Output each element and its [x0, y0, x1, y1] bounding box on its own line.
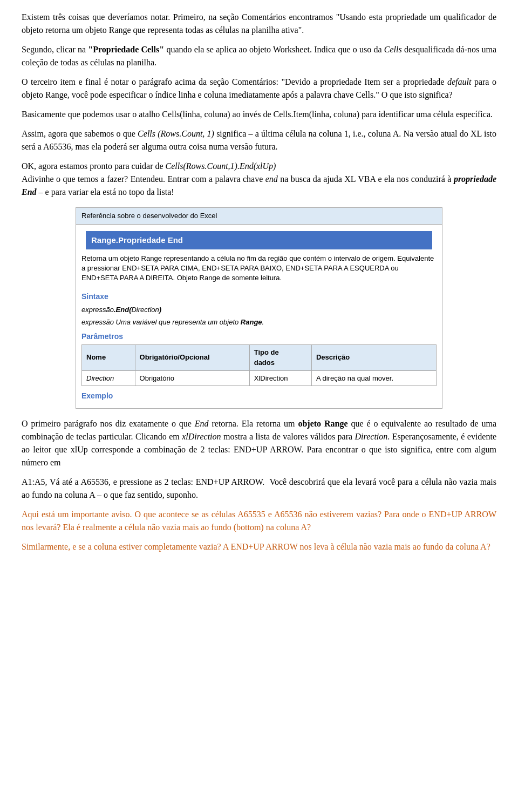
table-row: Direction Obrigatório XlDirection A dire… [82, 370, 437, 386]
paragraph-4: Basicamente que podemos usar o atalho Ce… [22, 108, 496, 121]
excel-example-label: Exemplo [81, 390, 437, 402]
paragraph-6: OK, agora estamos pronto para cuidar de … [22, 160, 496, 199]
main-content: Existem três coisas que deveríamos notar… [22, 11, 496, 553]
paragraph-8: A1:A5, Vá até a A65536, e pressione as 2… [22, 476, 496, 502]
excel-reference-box: Referência sobre o desenvolvedor do Exce… [76, 207, 442, 409]
excel-title-text: Referência sobre o desenvolvedor do Exce… [81, 212, 217, 220]
paragraph-1: Existem três coisas que deveríamos notar… [22, 11, 496, 37]
paragraph-3: O terceiro item e final é notar o parágr… [22, 76, 496, 102]
paragraph-7: O primeiro parágrafo nos diz exatamente … [22, 417, 496, 469]
excel-syntax-line1: expressão.End(Direction) [81, 304, 437, 315]
excel-params-table: Nome Obrigatório/Opcional Tipo dedados D… [81, 344, 437, 387]
excel-params-label: Parâmetros [81, 331, 437, 342]
col-tipo: Tipo dedados [249, 344, 311, 370]
excel-body: Range.Propriedade End Retorna um objeto … [76, 225, 442, 409]
excel-table-head: Nome Obrigatório/Opcional Tipo dedados D… [82, 344, 437, 370]
paragraph-5: Assim, agora que sabemos o que Cells (Ro… [22, 127, 496, 153]
excel-header: Range.Propriedade End [86, 231, 432, 250]
excel-syntax-line2: expressão Uma variável que representa um… [81, 317, 437, 328]
cell-direction-name: Direction [82, 370, 135, 386]
cell-direction-desc: A direção na qual mover. [311, 370, 436, 386]
paragraph-9: Aqui está um importante aviso. O que aco… [22, 508, 496, 534]
excel-description: Retorna um objeto Range representando a … [81, 252, 437, 288]
paragraph-10: Similarmente, e se a coluna estiver comp… [22, 540, 496, 553]
col-nome: Nome [82, 344, 135, 370]
excel-title-bar: Referência sobre o desenvolvedor do Exce… [76, 208, 442, 225]
col-descricao: Descrição [311, 344, 436, 370]
excel-table-header-row: Nome Obrigatório/Opcional Tipo dedados D… [82, 344, 437, 370]
col-obrigatorio: Obrigatório/Opcional [135, 344, 249, 370]
excel-table-body: Direction Obrigatório XlDirection A dire… [82, 370, 437, 386]
cell-direction-type: XlDirection [249, 370, 311, 386]
cell-direction-required: Obrigatório [135, 370, 249, 386]
excel-syntax-label: Sintaxe [81, 291, 437, 302]
paragraph-2: Segundo, clicar na "Propriedade Cells" q… [22, 43, 496, 69]
